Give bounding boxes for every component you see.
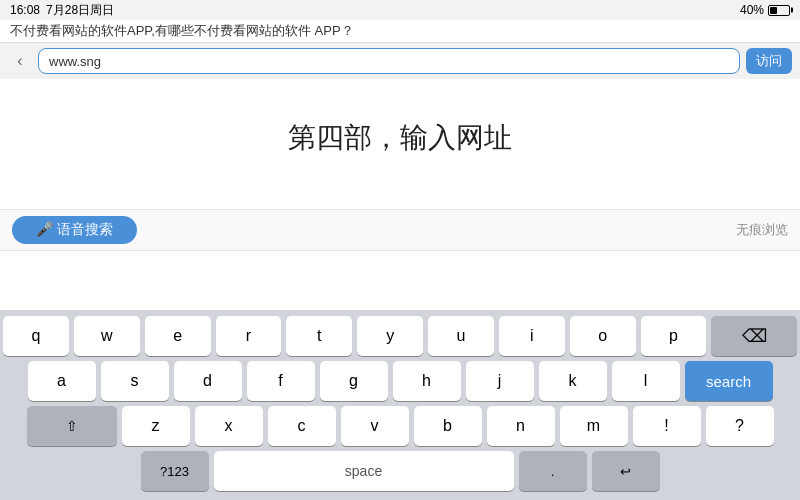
key-y[interactable]: y xyxy=(357,316,423,356)
special-key[interactable]: ?123 xyxy=(141,451,209,491)
key-question[interactable]: ? xyxy=(706,406,774,446)
keyboard-row-3: ⇧ z x c v b n m ! ? xyxy=(3,406,797,446)
key-l[interactable]: l xyxy=(612,361,680,401)
key-h[interactable]: h xyxy=(393,361,461,401)
url-text: www.sng xyxy=(49,54,101,69)
key-k[interactable]: k xyxy=(539,361,607,401)
keyboard-row-2: a s d f g h j k l search xyxy=(3,361,797,401)
key-q[interactable]: q xyxy=(3,316,69,356)
time: 16:08 xyxy=(10,3,40,17)
browser-bar: ‹ www.sng 访问 xyxy=(0,43,800,79)
key-d[interactable]: d xyxy=(174,361,242,401)
main-title: 第四部，输入网址 xyxy=(288,119,512,157)
shift-key[interactable]: ⇧ xyxy=(27,406,117,446)
delete-key[interactable]: ⌫ xyxy=(711,316,797,356)
key-b[interactable]: b xyxy=(414,406,482,446)
key-v[interactable]: v xyxy=(341,406,409,446)
key-a[interactable]: a xyxy=(28,361,96,401)
key-e[interactable]: e xyxy=(145,316,211,356)
key-f[interactable]: f xyxy=(247,361,315,401)
voice-search-button[interactable]: 🎤 语音搜索 xyxy=(12,216,137,244)
space-key[interactable]: space xyxy=(214,451,514,491)
voice-bar-row: 🎤 语音搜索 无痕浏览 xyxy=(0,209,800,251)
key-c[interactable]: c xyxy=(268,406,336,446)
key-g[interactable]: g xyxy=(320,361,388,401)
key-j[interactable]: j xyxy=(466,361,534,401)
visit-button[interactable]: 访问 xyxy=(746,48,792,74)
status-right: 40% xyxy=(740,3,790,17)
status-bar: 16:08 7月28日周日 40% xyxy=(0,0,800,20)
battery-icon xyxy=(768,5,790,16)
key-w[interactable]: w xyxy=(74,316,140,356)
return-key[interactable]: ↩ xyxy=(592,451,660,491)
incognito-label: 无痕浏览 xyxy=(736,221,788,239)
content-area: 第四部，输入网址 xyxy=(0,79,800,209)
key-o[interactable]: o xyxy=(570,316,636,356)
keyboard: q w e r t y u i o p ⌫ a s d f g h j k l … xyxy=(0,310,800,500)
battery-fill xyxy=(770,7,777,14)
search-key[interactable]: search xyxy=(685,361,773,401)
key-x[interactable]: x xyxy=(195,406,263,446)
key-r[interactable]: r xyxy=(216,316,282,356)
key-z[interactable]: z xyxy=(122,406,190,446)
date: 7月28日周日 xyxy=(46,2,114,19)
page-title: 不付费看网站的软件APP,有哪些不付费看网站的软件 APP？ xyxy=(10,23,354,38)
key-s[interactable]: s xyxy=(101,361,169,401)
period-key[interactable]: . xyxy=(519,451,587,491)
url-bar[interactable]: www.sng xyxy=(38,48,740,74)
keyboard-row-4: ?123 space . ↩ xyxy=(3,451,797,491)
key-n[interactable]: n xyxy=(487,406,555,446)
key-m[interactable]: m xyxy=(560,406,628,446)
battery-percent: 40% xyxy=(740,3,764,17)
keyboard-row-1: q w e r t y u i o p ⌫ xyxy=(3,316,797,356)
back-button[interactable]: ‹ xyxy=(8,52,32,70)
key-exclaim[interactable]: ! xyxy=(633,406,701,446)
status-left: 16:08 7月28日周日 xyxy=(10,2,114,19)
key-t[interactable]: t xyxy=(286,316,352,356)
key-i[interactable]: i xyxy=(499,316,565,356)
key-u[interactable]: u xyxy=(428,316,494,356)
key-p[interactable]: p xyxy=(641,316,707,356)
